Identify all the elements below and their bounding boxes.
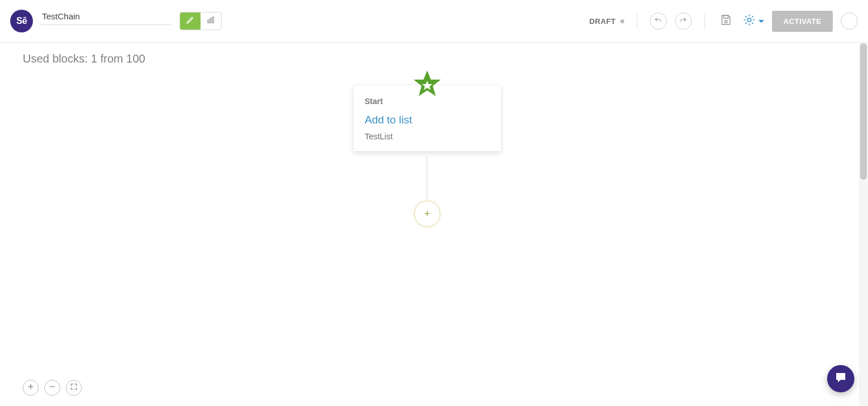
svg-point-5 — [748, 18, 751, 22]
undo-button[interactable] — [650, 13, 667, 30]
draft-status: DRAFT — [589, 17, 624, 26]
undo-icon — [654, 16, 662, 27]
status-dot-icon — [620, 19, 624, 23]
vertical-scrollbar[interactable] — [859, 43, 868, 406]
svg-rect-0 — [208, 20, 209, 23]
save-button[interactable] — [717, 13, 735, 30]
node-title: Add to list — [365, 114, 490, 126]
svg-rect-1 — [210, 18, 211, 23]
chat-icon — [834, 371, 848, 387]
connector-line — [427, 156, 427, 201]
app-logo-text: Sē — [16, 16, 27, 26]
save-icon — [719, 13, 733, 29]
app-logo[interactable]: Sē — [10, 10, 33, 32]
zoom-controls — [23, 380, 82, 396]
flow-canvas[interactable]: Used blocks: 1 from 100 Start Add to lis… — [0, 43, 868, 406]
fit-screen-button[interactable] — [66, 380, 82, 396]
plus-icon: + — [424, 209, 431, 219]
close-button[interactable] — [841, 13, 858, 30]
activate-button[interactable]: ACTIVATE — [772, 11, 833, 32]
chevron-down-icon — [758, 20, 764, 23]
svg-rect-3 — [724, 15, 728, 18]
redo-button[interactable] — [675, 13, 692, 30]
mode-toggle — [180, 12, 222, 30]
status-label: DRAFT — [589, 17, 616, 26]
stats-mode-tab[interactable] — [201, 13, 221, 30]
start-star-icon — [412, 69, 442, 99]
minus-icon — [48, 383, 56, 393]
used-blocks-counter: Used blocks: 1 from 100 — [23, 52, 145, 65]
bar-chart-icon — [206, 15, 216, 27]
edit-mode-tab[interactable] — [180, 13, 201, 30]
svg-rect-2 — [212, 17, 214, 23]
add-node-button[interactable]: + — [414, 201, 440, 227]
chain-title-wrap — [41, 8, 172, 25]
chat-launcher[interactable] — [827, 365, 854, 392]
scrollbar-thumb[interactable] — [860, 43, 867, 180]
zoom-in-button[interactable] — [23, 380, 39, 396]
divider — [704, 13, 705, 29]
header-bar: Sē DRAFT — [0, 0, 868, 43]
fit-icon — [70, 383, 78, 393]
pencil-icon — [185, 15, 195, 27]
redo-icon — [679, 16, 687, 27]
chain-title-input[interactable] — [41, 8, 172, 25]
canvas-viewport: Used blocks: 1 from 100 Start Add to lis… — [0, 43, 868, 406]
settings-dropdown[interactable] — [742, 13, 764, 29]
svg-point-4 — [725, 20, 727, 23]
zoom-out-button[interactable] — [44, 380, 60, 396]
plus-icon — [27, 383, 35, 393]
node-subtitle: TestList — [365, 132, 490, 141]
divider — [637, 13, 637, 29]
gear-icon — [742, 13, 756, 29]
